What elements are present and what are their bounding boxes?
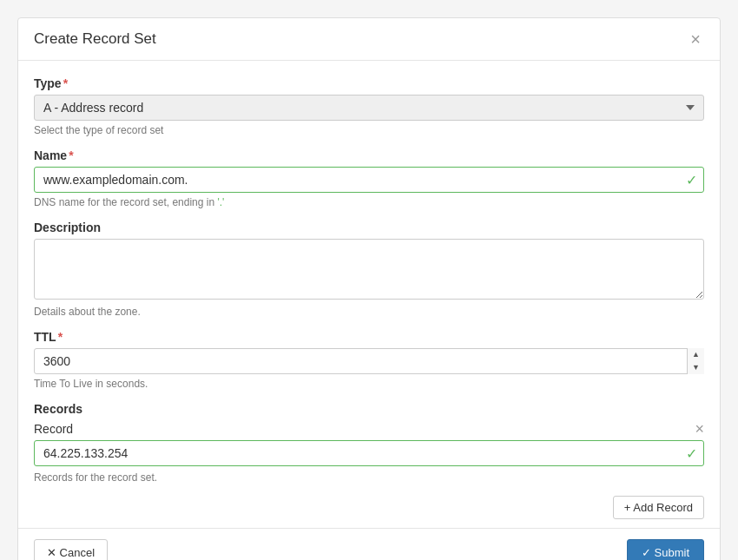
name-label: Name* <box>34 148 704 162</box>
modal-footer: ✕ Cancel ✓ Submit <box>18 528 720 560</box>
records-help-text: Records for the record set. <box>34 471 704 484</box>
ttl-decrement-button[interactable]: ▼ <box>688 361 704 374</box>
name-valid-icon: ✓ <box>686 172 697 188</box>
close-button[interactable]: × <box>687 30 704 48</box>
records-section: Records Record × ✓ Records for the recor… <box>34 402 704 519</box>
modal-header: Create Record Set × <box>18 18 720 61</box>
ttl-field-group: TTL* ▲ ▼ Time To Live in seconds. <box>34 330 704 390</box>
type-select[interactable]: A - Address record AAAA - IPv6 address r… <box>34 95 704 121</box>
record-input[interactable] <box>34 440 704 466</box>
records-section-label: Records <box>34 402 704 416</box>
name-help-dot: '.' <box>217 196 224 208</box>
ttl-required-star: * <box>58 330 63 344</box>
record-valid-icon: ✓ <box>686 445 697 462</box>
ttl-help-text: Time To Live in seconds. <box>34 378 704 390</box>
ttl-increment-button[interactable]: ▲ <box>688 348 704 361</box>
create-record-set-modal: Create Record Set × Type* A - Address re… <box>17 17 721 560</box>
record-row-header: Record × <box>34 421 704 437</box>
cancel-button[interactable]: ✕ Cancel <box>34 539 108 560</box>
record-item-0: Record × ✓ <box>34 421 704 466</box>
submit-label: ✓ Submit <box>642 546 689 559</box>
modal-title: Create Record Set <box>34 30 156 48</box>
submit-button[interactable]: ✓ Submit <box>627 539 704 560</box>
type-help-text: Select the type of record set <box>34 124 704 136</box>
record-item-label: Record <box>34 422 73 436</box>
name-input-wrapper: ✓ <box>34 167 704 193</box>
record-remove-button[interactable]: × <box>695 421 704 437</box>
cancel-label: ✕ Cancel <box>47 546 95 559</box>
type-label: Type* <box>34 76 704 90</box>
type-required-star: * <box>63 76 68 90</box>
description-field-group: Description Details about the zone. <box>34 221 704 318</box>
ttl-input[interactable] <box>34 348 704 374</box>
add-record-row: + Add Record <box>34 496 704 519</box>
record-input-wrapper: ✓ <box>34 440 704 466</box>
type-field-group: Type* A - Address record AAAA - IPv6 add… <box>34 76 704 136</box>
ttl-label: TTL* <box>34 330 704 344</box>
name-required-star: * <box>69 148 73 162</box>
name-field-group: Name* ✓ DNS name for the record set, end… <box>34 148 704 208</box>
ttl-spinner: ▲ ▼ <box>687 348 704 374</box>
description-textarea[interactable] <box>34 239 704 300</box>
description-help-text: Details about the zone. <box>34 306 704 318</box>
add-record-label: + Add Record <box>624 501 693 514</box>
description-label: Description <box>34 221 704 234</box>
modal-body: Type* A - Address record AAAA - IPv6 add… <box>18 61 720 537</box>
ttl-input-wrapper: ▲ ▼ <box>34 348 704 374</box>
name-input[interactable] <box>34 167 704 193</box>
name-help-text: DNS name for the record set, ending in '… <box>34 196 704 208</box>
add-record-button[interactable]: + Add Record <box>613 496 704 519</box>
